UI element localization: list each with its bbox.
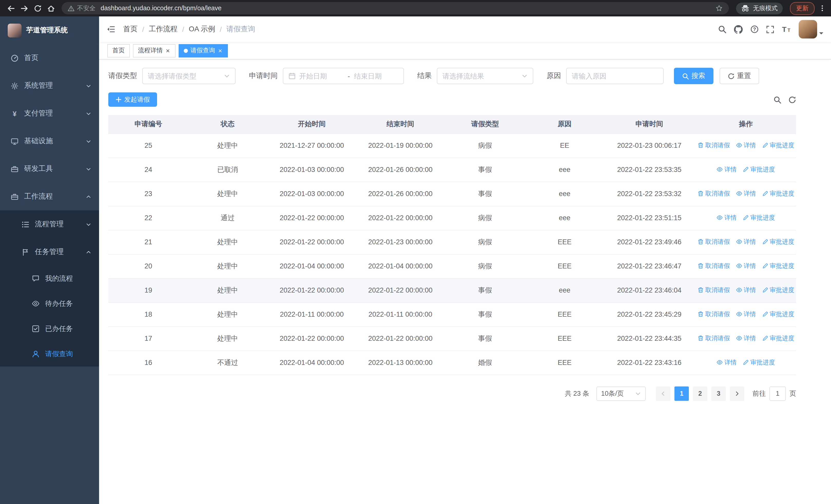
approval-progress-link[interactable]: 审批进度 bbox=[743, 165, 775, 174]
apply-time-range-picker[interactable]: - bbox=[283, 68, 404, 84]
refresh-table-button[interactable] bbox=[789, 96, 796, 103]
tab-leave-query[interactable]: 请假查询 bbox=[179, 44, 228, 57]
chevron-down-icon bbox=[635, 390, 641, 396]
leave-type-select[interactable] bbox=[142, 68, 236, 84]
cancel-leave-link[interactable]: 取消请假 bbox=[697, 238, 730, 246]
approval-progress-link[interactable]: 审批进度 bbox=[762, 141, 794, 150]
page-button-1[interactable]: 1 bbox=[675, 386, 689, 401]
browser-update-button[interactable]: 更新 bbox=[790, 2, 814, 14]
detail-link[interactable]: 详情 bbox=[717, 213, 737, 222]
goto-page-input[interactable] bbox=[769, 386, 786, 401]
cancel-leave-link[interactable]: 取消请假 bbox=[697, 286, 730, 295]
cancel-leave-link[interactable]: 取消请假 bbox=[697, 189, 730, 198]
incognito-label: 无痕模式 bbox=[753, 4, 778, 12]
caret-down-icon bbox=[819, 32, 823, 36]
leave-type-input[interactable] bbox=[148, 72, 221, 80]
close-icon[interactable] bbox=[218, 48, 223, 53]
browser-menu-button[interactable] bbox=[819, 5, 826, 12]
cancel-leave-link[interactable]: 取消请假 bbox=[697, 310, 730, 319]
breadcrumb-home[interactable]: 首页 bbox=[123, 25, 138, 34]
approval-progress-link[interactable]: 审批进度 bbox=[743, 358, 775, 367]
col-apply-time: 申请时间 bbox=[603, 115, 695, 134]
result-input[interactable] bbox=[442, 72, 518, 80]
browser-forward-button[interactable] bbox=[18, 2, 31, 15]
end-date-input[interactable] bbox=[354, 72, 398, 80]
user-menu[interactable] bbox=[799, 20, 823, 38]
toggle-search-button[interactable] bbox=[774, 96, 781, 103]
header-search-button[interactable] bbox=[718, 25, 726, 33]
cancel-leave-link[interactable]: 取消请假 bbox=[697, 334, 730, 343]
next-page-button[interactable] bbox=[730, 386, 744, 401]
flag-icon bbox=[22, 248, 29, 256]
detail-link[interactable]: 详情 bbox=[736, 286, 756, 295]
result-select[interactable] bbox=[437, 68, 533, 84]
chevron-up-icon bbox=[86, 249, 91, 255]
briefcase-icon bbox=[11, 165, 19, 173]
browser-back-button[interactable] bbox=[4, 2, 18, 15]
detail-link[interactable]: 详情 bbox=[736, 238, 756, 246]
approval-progress-link[interactable]: 审批进度 bbox=[762, 189, 794, 198]
cancel-leave-link[interactable]: 取消请假 bbox=[697, 141, 730, 150]
sidebar-item-done-tasks[interactable]: 已办任务 bbox=[0, 316, 99, 341]
sidebar-toggle-button[interactable] bbox=[107, 25, 115, 33]
approval-progress-link[interactable]: 审批进度 bbox=[762, 262, 794, 270]
approval-progress-link[interactable]: 审批进度 bbox=[762, 310, 794, 319]
sidebar-item-leave-query[interactable]: 请假查询 bbox=[0, 341, 99, 366]
sidebar-item-payment[interactable]: 支付管理 bbox=[0, 99, 99, 127]
detail-link[interactable]: 详情 bbox=[736, 310, 756, 319]
sidebar-item-task-mgmt[interactable]: 任务管理 bbox=[0, 238, 99, 266]
font-size-button[interactable] bbox=[782, 25, 791, 33]
cancel-leave-link[interactable]: 取消请假 bbox=[697, 262, 730, 270]
detail-link[interactable]: 详情 bbox=[717, 165, 737, 174]
prev-page-button[interactable] bbox=[656, 386, 670, 401]
search-button[interactable]: 搜索 bbox=[674, 68, 713, 84]
sidebar-item-infra[interactable]: 基础设施 bbox=[0, 127, 99, 155]
approval-progress-link[interactable]: 审批进度 bbox=[762, 286, 794, 295]
leave-type-label: 请假类型 bbox=[108, 71, 137, 81]
detail-link[interactable]: 详情 bbox=[736, 334, 756, 343]
sidebar-fold-icon bbox=[107, 25, 115, 33]
page-size-select[interactable]: 10条/页 bbox=[596, 386, 646, 401]
close-icon[interactable] bbox=[165, 48, 170, 53]
reason-input[interactable] bbox=[572, 72, 658, 80]
address-bar[interactable]: 不安全 dashboard.yudao.iocoder.cn/bpm/oa/le… bbox=[62, 2, 729, 14]
approval-progress-link[interactable]: 审批进度 bbox=[743, 213, 775, 222]
table-row: 18处理中2022-01-11 00:00:002022-01-11 00:00… bbox=[108, 302, 796, 326]
detail-link[interactable]: 详情 bbox=[736, 262, 756, 270]
sidebar-item-todo-tasks[interactable]: 待办任务 bbox=[0, 291, 99, 316]
tab-process-detail[interactable]: 流程详情 bbox=[133, 44, 175, 57]
table-row: 20处理中2022-01-04 00:00:002022-01-04 00:00… bbox=[108, 254, 796, 278]
chevron-left-icon bbox=[660, 390, 666, 396]
create-leave-button[interactable]: 发起请假 bbox=[108, 92, 157, 107]
sidebar-item-process-mgmt[interactable]: 流程管理 bbox=[0, 210, 99, 238]
approval-progress-link[interactable]: 审批进度 bbox=[762, 334, 794, 343]
sidebar-item-home[interactable]: 首页 bbox=[0, 44, 99, 72]
approval-progress-link[interactable]: 审批进度 bbox=[762, 238, 794, 246]
sidebar-item-system[interactable]: 系统管理 bbox=[0, 72, 99, 99]
tab-home[interactable]: 首页 bbox=[107, 44, 130, 57]
page-button-2[interactable]: 2 bbox=[693, 386, 707, 401]
sidebar-logo[interactable]: 芋道管理系统 bbox=[0, 17, 99, 44]
sidebar-item-workflow[interactable]: 工作流程 bbox=[0, 183, 99, 210]
breadcrumb-oa-example[interactable]: OA 示例 bbox=[189, 25, 215, 34]
start-date-input[interactable] bbox=[299, 72, 344, 80]
fullscreen-button[interactable] bbox=[766, 25, 774, 33]
chevron-down-icon bbox=[86, 221, 91, 227]
github-link[interactable] bbox=[734, 25, 743, 34]
reason-label: 原因 bbox=[547, 71, 561, 81]
browser-reload-button[interactable] bbox=[31, 2, 44, 15]
sidebar-item-dev-tools[interactable]: 研发工具 bbox=[0, 155, 99, 183]
page-button-3[interactable]: 3 bbox=[711, 386, 726, 401]
sidebar-item-my-process[interactable]: 我的流程 bbox=[0, 266, 99, 291]
detail-link[interactable]: 详情 bbox=[736, 141, 756, 150]
detail-link[interactable]: 详情 bbox=[717, 358, 737, 367]
breadcrumb-workflow[interactable]: 工作流程 bbox=[149, 25, 178, 34]
help-button[interactable] bbox=[750, 25, 758, 33]
reset-button[interactable]: 重置 bbox=[720, 68, 759, 84]
bookmark-star-button[interactable] bbox=[716, 5, 723, 12]
security-indicator[interactable]: 不安全 bbox=[68, 4, 95, 12]
detail-link[interactable]: 详情 bbox=[736, 189, 756, 198]
browser-home-button[interactable] bbox=[44, 2, 57, 15]
reason-field[interactable] bbox=[566, 68, 664, 84]
edit-icon bbox=[762, 263, 768, 269]
